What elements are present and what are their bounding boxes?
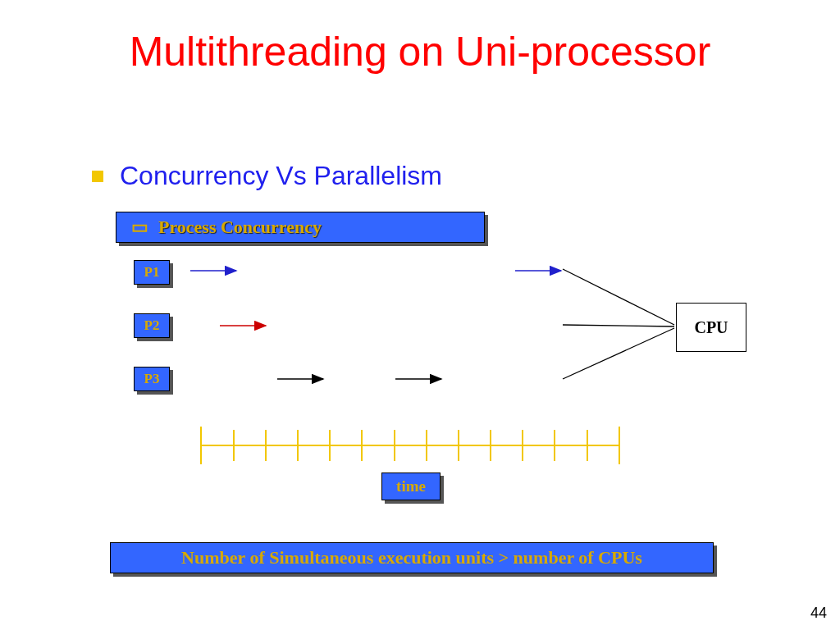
slide: Multithreading on Uni-processor Concurre…	[0, 0, 840, 630]
time-label-box: time	[381, 472, 441, 500]
converge-line-3-icon	[563, 328, 674, 379]
bullet-square-icon	[92, 171, 103, 182]
header-glyph-icon: ▭	[131, 217, 148, 238]
process-p1-box: P1	[134, 260, 170, 285]
slide-title: Multithreading on Uni-processor	[0, 28, 840, 75]
bottom-note-box: Number of Simultaneous execution units >…	[110, 542, 714, 573]
cpu-box: CPU	[676, 303, 746, 352]
bullet-text: Concurrency Vs Parallelism	[120, 161, 442, 191]
converge-line-1-icon	[563, 269, 674, 325]
header-label: Process Concurrency	[158, 217, 322, 238]
process-p3-box: P3	[134, 367, 170, 391]
page-number: 44	[810, 605, 827, 622]
converge-line-2-icon	[563, 325, 674, 326]
timeline-ticks-icon	[201, 427, 619, 464]
process-concurrency-header: ▭ Process Concurrency	[116, 212, 485, 243]
process-p2-box: P2	[134, 313, 170, 338]
bullet-row: Concurrency Vs Parallelism	[92, 161, 442, 191]
